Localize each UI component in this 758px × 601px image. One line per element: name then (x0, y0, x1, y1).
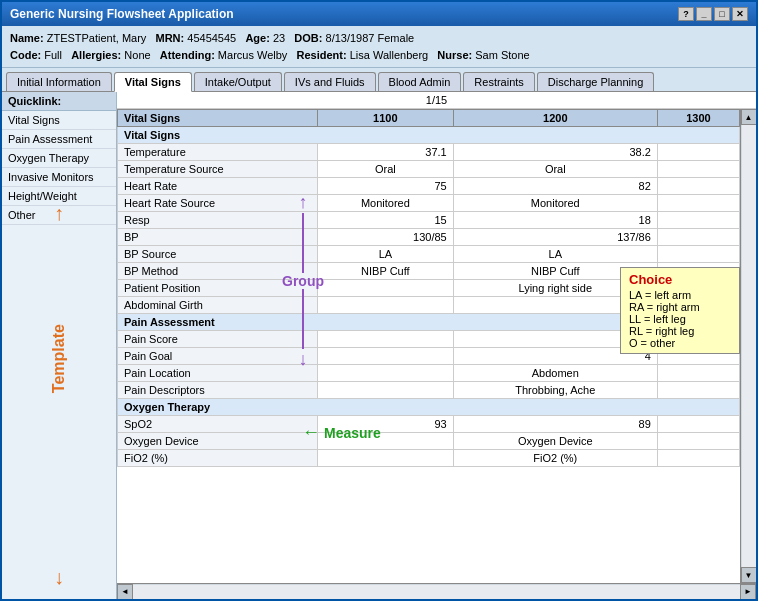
section-vital-signs: Vital Signs (118, 127, 740, 144)
tab-blood-admin[interactable]: Blood Admin (378, 72, 462, 91)
scrollbar-track[interactable] (742, 125, 756, 567)
table-row[interactable]: Pain Descriptors Throbbing, Ache (118, 382, 740, 399)
val-temp-source-1200[interactable]: Oral (453, 161, 657, 178)
val-temperature-1200[interactable]: 38.2 (453, 144, 657, 161)
label-pain-descriptors: Pain Descriptors (118, 382, 318, 399)
val-abdominal-girth-1100[interactable] (318, 297, 454, 314)
choice-item-4: RL = right leg (629, 325, 731, 337)
val-spo2-1200[interactable]: 89 (453, 416, 657, 433)
val-spo2-1300[interactable] (657, 416, 739, 433)
table-row[interactable]: SpO2 93 89 (118, 416, 740, 433)
val-heart-rate-source-1100[interactable]: Monitored (318, 195, 454, 212)
scroll-up-button[interactable]: ▲ (741, 109, 757, 125)
val-fio2-1200[interactable]: FiO2 (%) (453, 450, 657, 467)
table-row: Oxygen Therapy (118, 399, 740, 416)
tab-intake-output[interactable]: Intake/Output (194, 72, 282, 91)
scroll-down-button[interactable]: ▼ (741, 567, 757, 583)
template-arrow-up: ↑ (54, 202, 64, 225)
val-bp-1100[interactable]: 130/85 (318, 229, 454, 246)
table-row[interactable]: Temperature Source Oral Oral (118, 161, 740, 178)
main-content: Quicklink: Vital Signs Pain Assessment O… (2, 92, 756, 599)
patient-mrn: 45454545 (187, 32, 236, 44)
table-row[interactable]: BP Source LA LA (118, 246, 740, 263)
choice-item-5: O = other (629, 337, 731, 349)
tab-discharge-planning[interactable]: Discharge Planning (537, 72, 654, 91)
sidebar-item-oxygen-therapy[interactable]: Oxygen Therapy (2, 149, 116, 168)
val-temperature-1300[interactable] (657, 144, 739, 161)
section-oxygen-therapy: Oxygen Therapy (118, 399, 740, 416)
label-pain-location: Pain Location (118, 365, 318, 382)
val-pain-goal-1100[interactable] (318, 348, 454, 365)
tab-vital-signs[interactable]: Vital Signs (114, 72, 192, 92)
table-row[interactable]: BP 130/85 137/86 (118, 229, 740, 246)
val-heart-rate-1100[interactable]: 75 (318, 178, 454, 195)
table-row[interactable]: Temperature 37.1 38.2 (118, 144, 740, 161)
val-temperature-1100[interactable]: 37.1 (318, 144, 454, 161)
val-pain-location-1100[interactable] (318, 365, 454, 382)
val-pain-location-1300[interactable] (657, 365, 739, 382)
val-bp-source-1100[interactable]: LA (318, 246, 454, 263)
val-patient-position-1100[interactable] (318, 280, 454, 297)
help-button[interactable]: ? (678, 7, 694, 21)
sidebar-item-pain-assessment[interactable]: Pain Assessment (2, 130, 116, 149)
val-pain-descriptors-1100[interactable] (318, 382, 454, 399)
val-resp-1300[interactable] (657, 212, 739, 229)
val-heart-rate-source-1300[interactable] (657, 195, 739, 212)
val-fio2-1300[interactable] (657, 450, 739, 467)
date-display: 1/15 (117, 92, 756, 109)
minimize-button[interactable]: _ (696, 7, 712, 21)
tab-initial-information[interactable]: Initial Information (6, 72, 112, 91)
table-row[interactable]: Resp 15 18 (118, 212, 740, 229)
scroll-right-button[interactable]: ► (740, 584, 756, 600)
code-label: Code: (10, 49, 41, 61)
name-label: Name: (10, 32, 44, 44)
label-oxygen-device: Oxygen Device (118, 433, 318, 450)
val-pain-descriptors-1200[interactable]: Throbbing, Ache (453, 382, 657, 399)
horizontal-scrollbar-track[interactable] (133, 585, 740, 599)
val-oxygen-device-1100[interactable] (318, 433, 454, 450)
table-row[interactable]: Heart Rate Source Monitored Monitored (118, 195, 740, 212)
col-header-1200: 1200 (453, 110, 657, 127)
table-row[interactable]: Heart Rate 75 82 (118, 178, 740, 195)
vertical-scrollbar[interactable]: ▲ ▼ (740, 109, 756, 583)
val-heart-rate-source-1200[interactable]: Monitored (453, 195, 657, 212)
scroll-left-button[interactable]: ◄ (117, 584, 133, 600)
horizontal-scrollbar[interactable]: ◄ ► (117, 583, 756, 599)
val-heart-rate-1300[interactable] (657, 178, 739, 195)
table-row[interactable]: Oxygen Device Oxygen Device (118, 433, 740, 450)
val-temp-source-1300[interactable] (657, 161, 739, 178)
table-row[interactable]: FiO2 (%) FiO2 (%) (118, 450, 740, 467)
sidebar: Quicklink: Vital Signs Pain Assessment O… (2, 92, 117, 599)
val-resp-1200[interactable]: 18 (453, 212, 657, 229)
label-resp: Resp (118, 212, 318, 229)
val-pain-descriptors-1300[interactable] (657, 382, 739, 399)
col-header-1300: 1300 (657, 110, 739, 127)
label-bp: BP (118, 229, 318, 246)
val-spo2-1100[interactable]: 93 (318, 416, 454, 433)
val-pain-score-1100[interactable] (318, 331, 454, 348)
val-bp-method-1100[interactable]: NIBP Cuff (318, 263, 454, 280)
val-bp-1300[interactable] (657, 229, 739, 246)
val-bp-source-1300[interactable] (657, 246, 739, 263)
close-button[interactable]: ✕ (732, 7, 748, 21)
val-heart-rate-1200[interactable]: 82 (453, 178, 657, 195)
val-fio2-1100[interactable] (318, 450, 454, 467)
val-oxygen-device-1300[interactable] (657, 433, 739, 450)
sidebar-item-vital-signs[interactable]: Vital Signs (2, 111, 116, 130)
label-pain-goal: Pain Goal (118, 348, 318, 365)
val-pain-location-1200[interactable]: Abdomen (453, 365, 657, 382)
tab-ivs-fluids[interactable]: IVs and Fluids (284, 72, 376, 91)
title-bar: Generic Nursing Flowsheet Application ? … (2, 2, 756, 26)
val-bp-source-1200[interactable]: LA (453, 246, 657, 263)
table-row[interactable]: Pain Location Abdomen (118, 365, 740, 382)
val-temp-source-1100[interactable]: Oral (318, 161, 454, 178)
label-temperature: Temperature (118, 144, 318, 161)
val-bp-1200[interactable]: 137/86 (453, 229, 657, 246)
maximize-button[interactable]: □ (714, 7, 730, 21)
choice-popup: Choice LA = left arm RA = right arm LL =… (620, 267, 740, 354)
sidebar-item-invasive-monitors[interactable]: Invasive Monitors (2, 168, 116, 187)
val-oxygen-device-1200[interactable]: Oxygen Device (453, 433, 657, 450)
val-resp-1100[interactable]: 15 (318, 212, 454, 229)
tab-restraints[interactable]: Restraints (463, 72, 535, 91)
patient-dob: 8/13/1987 Female (326, 32, 415, 44)
